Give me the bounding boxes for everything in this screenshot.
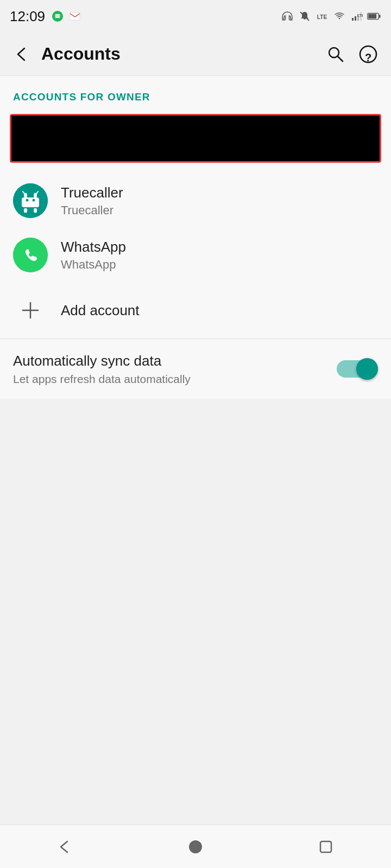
svg-rect-11: [379, 15, 381, 18]
sync-subtitle: Let apps refresh data automatically: [13, 373, 337, 386]
svg-rect-10: [368, 14, 376, 18]
whatsapp-name: WhatsApp: [61, 239, 126, 256]
svg-line-13: [338, 56, 343, 61]
svg-rect-30: [320, 841, 331, 852]
whatsapp-type: WhatsApp: [61, 258, 126, 272]
accounts-header-text: ACCOUNTS FOR OWNER: [13, 91, 150, 103]
svg-text:LTE: LTE: [357, 14, 363, 17]
svg-point-20: [26, 199, 29, 202]
svg-rect-24: [24, 208, 27, 213]
truecaller-type: Truecaller: [61, 203, 123, 218]
truecaller-account-text: Truecaller Truecaller: [61, 184, 123, 218]
whatsapp-account-text: WhatsApp WhatsApp: [61, 239, 126, 272]
add-account-icon: [13, 293, 48, 328]
signal-icon: LTE: [350, 9, 364, 23]
wifi-icon: [332, 9, 346, 23]
bottom-spacer: [0, 399, 391, 442]
page-title: Accounts: [35, 44, 321, 64]
headphones-icon: [280, 9, 294, 23]
battery-icon: [367, 9, 381, 23]
redacted-account: [10, 114, 381, 163]
add-account-label: Add account: [61, 302, 140, 319]
nav-back-button[interactable]: [43, 825, 87, 869]
nav-recents-button[interactable]: [304, 825, 348, 869]
gmail-icon: [68, 9, 82, 23]
toggle-thumb: [356, 358, 378, 380]
svg-point-29: [189, 840, 202, 853]
help-button[interactable]: ?: [354, 40, 382, 68]
status-time: 12:09: [10, 8, 45, 25]
status-icons-left: [51, 9, 82, 23]
nav-home-button[interactable]: [174, 825, 217, 869]
svg-text:LTE: LTE: [317, 14, 327, 20]
lte-icon: LTE: [315, 9, 329, 23]
sync-title: Automatically sync data: [13, 353, 337, 369]
svg-rect-4: [352, 18, 354, 21]
status-bar-left: 12:09: [10, 8, 82, 25]
svg-rect-19: [22, 197, 39, 207]
sync-toggle[interactable]: [337, 358, 378, 380]
app-bar: Accounts ?: [0, 33, 391, 76]
mute-icon: [298, 9, 312, 23]
truecaller-name: Truecaller: [61, 184, 123, 201]
add-account-item[interactable]: Add account: [0, 282, 391, 339]
whatsapp-account-item[interactable]: WhatsApp WhatsApp: [0, 228, 391, 282]
svg-text:?: ?: [365, 52, 371, 63]
spotify-icon: [51, 9, 65, 23]
search-button[interactable]: [321, 40, 350, 68]
svg-rect-25: [34, 208, 37, 213]
status-bar-right: LTE LTE: [280, 9, 381, 23]
sync-text: Automatically sync data Let apps refresh…: [13, 353, 337, 386]
svg-rect-1: [70, 12, 80, 20]
svg-rect-5: [355, 16, 356, 21]
svg-point-21: [33, 199, 35, 202]
back-button[interactable]: [9, 41, 35, 67]
status-bar: 12:09: [0, 0, 391, 33]
app-bar-actions: ?: [321, 40, 382, 68]
truecaller-account-item[interactable]: Truecaller Truecaller: [0, 174, 391, 228]
whatsapp-avatar: [13, 238, 48, 272]
content-area: ACCOUNTS FOR OWNER Truecaller Truecaller: [0, 76, 391, 399]
sync-section: Automatically sync data Let apps refresh…: [0, 339, 391, 399]
truecaller-avatar: [13, 183, 48, 218]
accounts-section-header: ACCOUNTS FOR OWNER: [0, 76, 391, 110]
svg-point-26: [13, 238, 48, 272]
nav-bar: [0, 825, 391, 868]
